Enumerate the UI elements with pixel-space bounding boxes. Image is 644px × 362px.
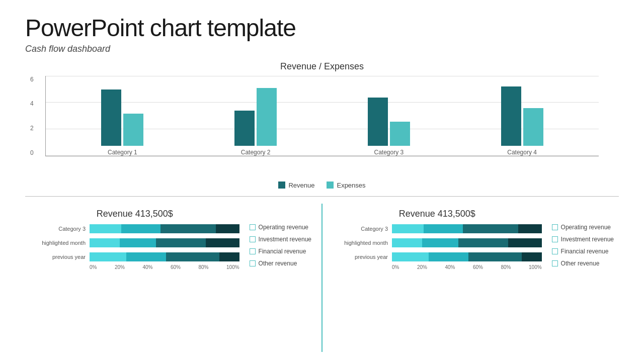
bottom-right: Revenue 413,500$ Category 3highlighted m… [328,204,619,352]
bottom-right-legend: Operating revenueInvestment revenueFinan… [552,209,614,267]
bottom-legend-item: Investment revenue [250,236,311,243]
bar-group-label: Category 3 [374,149,404,156]
horiz-bar-segment [219,252,239,261]
bar-group: Category 2 [234,88,277,156]
bar-chart-container: 6 4 2 0 Category 1Category 2Category 3Ca… [45,76,599,176]
legend-square-icon [250,236,256,242]
bottom-legend-item: Other revenue [250,260,311,267]
horiz-row-label: highlighted month [333,239,388,246]
horiz-bar-row: previous year [30,252,239,261]
legend-square-icon [552,224,558,230]
bar-group: Category 1 [101,89,143,156]
horiz-bar-segment [216,224,239,233]
page-title: PowerPoint chart template [25,15,619,42]
horiz-bar-track [90,224,239,233]
horiz-bar-segment [392,224,424,233]
horiz-bar-segment [156,238,206,247]
horiz-bar-segment [120,238,156,247]
legend-expenses-label: Expenses [337,182,365,189]
horiz-bar-track [392,238,542,247]
horiz-bar-row: Category 3 [30,224,239,233]
right-x-labels: 0% 20% 40% 60% 80% 100% [333,264,542,270]
horiz-bar-segment [206,238,239,247]
revenue-bar [368,98,388,146]
legend-revenue-label: Revenue [288,182,314,189]
bottom-left-chart: Revenue 413,500$ Category 3highlighted m… [30,209,239,270]
page: PowerPoint chart template Cash flow dash… [0,0,644,362]
bottom-legend-label: Financial revenue [561,248,609,255]
horiz-row-label: previous year [30,253,86,260]
revenue-bar [501,86,521,145]
horiz-bar-row: highlighted month [333,238,542,247]
horiz-bar-row: Category 3 [333,224,542,233]
bottom-legend-label: Financial revenue [259,248,306,255]
bar-group: Category 4 [501,86,543,155]
horiz-bar-segment [121,224,160,233]
horiz-bar-segment [518,224,542,233]
horiz-bar-segment [90,252,126,261]
horiz-bar-track [392,252,542,261]
bottom-left-horiz-chart: Category 3highlighted monthprevious year… [30,224,239,270]
bottom-left: Revenue 413,500$ Category 3highlighted m… [25,204,316,352]
legend-expenses: Expenses [327,182,365,189]
horiz-bar-track [90,252,239,261]
legend-revenue-icon [278,182,285,189]
bottom-right-horiz-chart: Category 3highlighted monthprevious year… [333,224,542,270]
horiz-bar-segment [463,224,518,233]
legend-expenses-icon [327,182,334,189]
top-chart-section: Revenue / Expenses 6 4 2 0 Category [25,61,619,189]
horiz-bar-track [90,238,239,247]
legend-square-icon [552,236,558,242]
bottom-right-chart: Revenue 413,500$ Category 3highlighted m… [333,209,542,270]
bottom-legend-label: Investment revenue [561,236,614,243]
horiz-row-label: previous year [333,253,388,260]
horiz-bar-segment [392,252,429,261]
horiz-bar-segment [392,238,422,247]
bar-groups: Category 1Category 2Category 3Category 4 [56,75,589,156]
horiz-bar-segment [90,238,120,247]
right-horiz-rows: Category 3highlighted monthprevious year [333,224,542,261]
horiz-bar-segment [422,238,459,247]
bottom-legend-item: Financial revenue [552,248,614,255]
left-x-labels: 0% 20% 40% 60% 80% 100% [30,264,239,270]
expenses-bar [390,122,410,146]
bottom-right-title: Revenue 413,500$ [333,209,542,219]
bottom-legend-item: Investment revenue [552,236,614,243]
expenses-bar [257,88,277,146]
horiz-bar-segment [522,252,542,261]
horiz-bar-row: highlighted month [30,238,239,247]
y-axis-labels: 6 4 2 0 [30,76,34,156]
legend-square-icon [250,248,256,254]
horiz-bar-segment [424,224,463,233]
expenses-bar [523,108,543,146]
bar-group-label: Category 4 [507,149,537,156]
legend-square-icon [552,248,558,254]
horiz-bar-segment [160,224,216,233]
bottom-section: Revenue 413,500$ Category 3highlighted m… [25,204,619,352]
revenue-bar [234,111,255,145]
bottom-legend-label: Other revenue [259,260,297,267]
page-subtitle: Cash flow dashboard [25,44,619,54]
bottom-legend-label: Operating revenue [259,224,308,231]
horiz-bar-row: previous year [333,252,542,261]
vertical-divider [321,204,323,352]
bottom-legend-item: Operating revenue [250,224,311,231]
bottom-legend-label: Investment revenue [259,236,311,243]
bottom-legend-item: Financial revenue [250,248,311,255]
bar-group-label: Category 2 [241,149,271,156]
horiz-bar-segment [166,252,219,261]
top-chart-title: Revenue / Expenses [25,61,619,72]
horiz-row-label: Category 3 [30,225,86,232]
legend-square-icon [250,224,256,230]
bottom-legend-label: Other revenue [561,260,600,267]
horiz-bar-segment [90,224,121,233]
legend-square-icon [250,260,256,266]
bottom-left-legend: Operating revenueInvestment revenueFinan… [250,209,311,267]
legend-revenue: Revenue [278,182,314,189]
chart-legend: Revenue Expenses [25,182,619,189]
bar-group: Category 3 [368,98,410,156]
horiz-bar-segment [468,252,522,261]
horiz-bar-track [392,224,542,233]
bar-chart-area: Category 1Category 2Category 3Category 4 [45,76,599,156]
bottom-legend-item: Other revenue [552,260,614,267]
